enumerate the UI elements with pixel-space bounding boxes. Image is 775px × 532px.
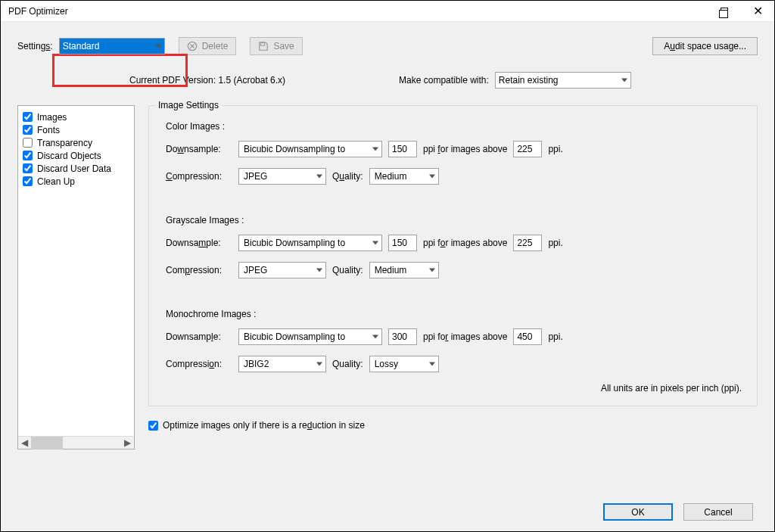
category-item-discard-user-data[interactable]: Discard User Data [21,162,131,175]
category-checkbox[interactable] [23,151,33,160]
chevron-down-icon [429,175,435,179]
mono-compression-select[interactable]: JBIG2 [238,356,326,372]
color-quality-select[interactable]: Medium [369,168,439,185]
compatibility-label: Make compatible with: [399,75,489,86]
category-item-fonts[interactable]: Fonts [21,123,131,136]
color-threshold-input[interactable]: 225 [513,141,542,157]
settings-select[interactable]: Standard [59,38,165,54]
units-note: All units are in pixels per inch (ppi). [161,383,745,394]
delete-icon [187,41,198,51]
category-scrollbar[interactable]: ◀ ▶ [18,436,134,449]
titlebar: PDF Optimizer ✕ [1,1,774,22]
grayscale-downsample-method-select[interactable]: Bicubic Downsampling to [238,235,382,251]
settings-select-value: Standard [63,41,100,51]
restore-window-button[interactable] [708,1,741,22]
category-checkbox[interactable] [23,112,33,122]
mono-threshold-input[interactable]: 450 [513,328,542,345]
compression-label: Compression: [166,359,232,369]
current-pdf-version: Current PDF Version: 1.5 (Acrobat 6.x) [129,75,285,86]
category-item-cleanup[interactable]: Clean Up [21,175,131,188]
optimize-reduction-checkbox[interactable] [148,421,158,431]
mono-images-title: Monochrome Images : [166,309,745,319]
image-settings-fieldset: Image Settings Color Images : Downsample… [148,105,758,406]
chevron-down-icon [316,362,322,366]
downsample-label: Downsample: [166,144,232,154]
mono-downsample-method-select[interactable]: Bicubic Downsampling to [238,328,382,345]
downsample-label: Downsample: [166,238,232,248]
category-list: Images Fonts Transparency Discard Object… [17,105,135,450]
color-images-title: Color Images : [166,121,745,132]
save-icon [258,41,269,51]
category-checkbox[interactable] [23,138,33,148]
chevron-down-icon [429,362,435,366]
close-window-button[interactable]: ✕ [741,1,774,22]
for-images-above-label: ppi for images above [423,238,507,248]
downsample-label: Downsample: [166,331,232,342]
delete-label: Delete [202,41,229,51]
ppi-label: ppi. [548,238,562,248]
scrollbar-thumb[interactable] [31,437,63,450]
grayscale-compression-select[interactable]: JPEG [238,262,326,278]
grayscale-quality-select[interactable]: Medium [369,262,439,278]
compression-label: Compression: [166,265,232,275]
chevron-down-icon [621,79,627,82]
optimize-reduction-label: Optimize images only if there is a reduc… [163,420,365,431]
ppi-label: ppi. [548,144,562,154]
category-checkbox[interactable] [23,163,33,173]
audit-space-button[interactable]: Audit space usage... [652,37,758,55]
category-item-images[interactable]: Images [21,110,131,123]
window-title: PDF Optimizer [8,6,708,17]
settings-label: Settings: [17,41,53,51]
for-images-above-label: ppi for images above [423,144,507,154]
compatibility-value: Retain existing [499,75,559,86]
quality-label: Quality: [332,265,363,275]
ok-button[interactable]: OK [603,503,673,521]
color-downsample-method-select[interactable]: Bicubic Downsampling to [238,141,382,157]
grayscale-threshold-input[interactable]: 225 [513,235,542,251]
chevron-down-icon [155,45,161,48]
color-downsample-to-input[interactable]: 150 [388,141,417,157]
quality-label: Quality: [332,171,363,182]
ppi-label: ppi. [548,331,562,342]
save-button[interactable]: Save [250,37,302,55]
mono-downsample-to-input[interactable]: 300 [388,328,417,345]
grayscale-images-title: Grayscale Images : [166,215,745,226]
chevron-down-icon [372,148,378,151]
chevron-down-icon [372,335,378,339]
quality-label: Quality: [332,359,363,369]
chevron-down-icon [429,269,435,272]
category-checkbox[interactable] [23,125,33,135]
category-checkbox[interactable] [23,176,33,186]
grayscale-downsample-to-input[interactable]: 150 [388,235,417,251]
scroll-right-icon[interactable]: ▶ [121,437,134,450]
chevron-down-icon [316,269,322,272]
image-settings-legend: Image Settings [155,100,222,110]
for-images-above-label: ppi for images above [423,331,507,342]
cancel-button[interactable]: Cancel [683,503,753,521]
svg-rect-3 [261,43,265,46]
compression-label: Compression: [166,171,232,182]
scroll-left-icon[interactable]: ◀ [18,437,31,450]
chevron-down-icon [372,241,378,245]
compatibility-select[interactable]: Retain existing [495,72,631,89]
color-compression-select[interactable]: JPEG [238,168,326,185]
category-item-discard-objects[interactable]: Discard Objects [21,149,131,162]
chevron-down-icon [316,175,322,179]
mono-quality-select[interactable]: Lossy [369,356,439,372]
save-label: Save [273,41,294,51]
category-item-transparency[interactable]: Transparency [21,136,131,149]
delete-button[interactable]: Delete [179,37,237,55]
